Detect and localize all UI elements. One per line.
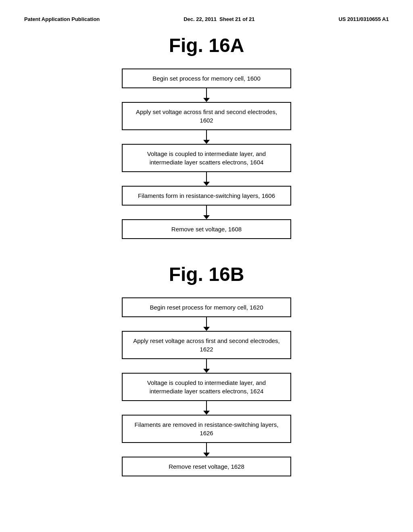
header-date: Dec. 22, 2011 Sheet 21 of 21 <box>184 16 254 22</box>
fig16b-title: Fig. 16B <box>24 263 389 285</box>
header-publication-label: Patent Application Publication <box>24 16 100 22</box>
page-header: Patent Application Publication Dec. 22, … <box>24 16 389 22</box>
arrow-b2 <box>203 359 210 373</box>
flow-box-1626: Filaments are removed in resistance-swit… <box>122 415 291 443</box>
arrow-line <box>206 172 207 182</box>
fig16a-flowchart: Begin set process for memory cell, 1600 … <box>24 69 389 239</box>
fig16a-section: Fig. 16A Begin set process for memory ce… <box>24 34 389 239</box>
arrow-line <box>206 359 207 369</box>
arrow-line <box>206 88 207 98</box>
arrow-line <box>206 401 207 411</box>
fig16b-flowchart: Begin reset process for memory cell, 162… <box>24 297 389 476</box>
arrow-head <box>203 215 210 219</box>
arrow-head <box>203 453 210 457</box>
arrow-head <box>203 140 210 144</box>
arrow-line <box>206 206 207 215</box>
flow-box-1608: Remove set voltage, 1608 <box>122 219 291 239</box>
arrow-b4 <box>203 443 210 457</box>
arrow-b3 <box>203 401 210 415</box>
arrow-4 <box>203 206 210 219</box>
arrow-head <box>203 327 210 331</box>
arrow-line <box>206 317 207 327</box>
flow-box-1624: Voltage is coupled to intermediate layer… <box>122 373 291 401</box>
arrow-head <box>203 98 210 102</box>
arrow-head <box>203 411 210 415</box>
arrow-line <box>206 130 207 140</box>
fig16b-section: Fig. 16B Begin reset process for memory … <box>24 263 389 476</box>
flow-box-1628: Remove reset voltage, 1628 <box>122 457 291 476</box>
flow-box-1606: Filaments form in resistance-switching l… <box>122 186 291 206</box>
flow-box-1622: Apply reset voltage across first and sec… <box>122 331 291 359</box>
page: Patent Application Publication Dec. 22, … <box>0 0 413 532</box>
arrow-line <box>206 443 207 453</box>
flow-box-1600: Begin set process for memory cell, 1600 <box>122 69 291 88</box>
arrow-b1 <box>203 317 210 331</box>
flow-box-1620: Begin reset process for memory cell, 162… <box>122 297 291 317</box>
arrow-3 <box>203 172 210 186</box>
arrow-head <box>203 182 210 186</box>
arrow-2 <box>203 130 210 144</box>
arrow-1 <box>203 88 210 102</box>
flow-box-1604: Voltage is coupled to intermediate layer… <box>122 144 291 172</box>
flow-box-1602: Apply set voltage across first and secon… <box>122 102 291 130</box>
fig16a-title: Fig. 16A <box>24 34 389 56</box>
arrow-head <box>203 369 210 373</box>
header-patent-number: US 2011/0310655 A1 <box>338 16 389 22</box>
